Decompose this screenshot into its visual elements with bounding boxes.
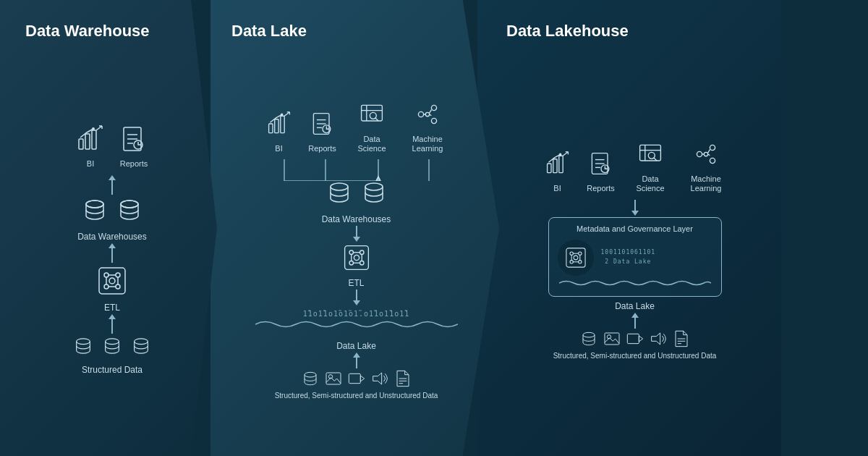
svg-point-108: [578, 260, 581, 263]
svg-point-25: [109, 278, 115, 284]
lh-etl-circle: [558, 240, 594, 276]
svg-line-84: [563, 152, 568, 156]
svg-point-62: [349, 250, 353, 254]
svg-rect-0: [79, 139, 83, 149]
warehouse-content: BI Reports: [14, 55, 203, 442]
data-lake-section: Data Lake BI: [195, 0, 499, 456]
wh-arrow3: [109, 314, 116, 334]
svg-point-59: [331, 183, 348, 190]
svg-point-100: [704, 152, 707, 156]
svg-rect-80: [547, 164, 550, 173]
svg-point-27: [106, 338, 119, 344]
svg-line-4: [96, 126, 102, 130]
lake-bi-label: BI: [275, 144, 282, 153]
lh-reports: Reports: [584, 146, 618, 193]
arrowhead2: [109, 243, 116, 248]
wave-binary: 1̃1o1̃1o1̃o1̃o1̃.o1̃1o1̃1o1̃1: [228, 310, 485, 318]
gov-wave: [559, 279, 711, 287]
lake-datascience: Data Science: [349, 97, 396, 153]
lh-bi-icon: [540, 146, 575, 181]
lh-arrow1: [631, 200, 639, 216]
lake-arrowhead2: [353, 300, 360, 305]
svg-point-70: [354, 256, 359, 261]
lh-consumers: BI Reports: [540, 137, 730, 193]
lh-structured-label: Structured, Semi-structured and Unstruct…: [553, 352, 717, 360]
lake-reports: Reports: [305, 106, 340, 153]
svg-rect-31: [280, 116, 284, 132]
svg-point-18: [116, 273, 120, 277]
svg-line-103: [708, 150, 710, 153]
svg-marker-118: [639, 336, 642, 342]
svg-rect-115: [605, 333, 619, 345]
svg-point-3: [92, 127, 95, 130]
lake-arrow3: [353, 352, 360, 368]
svg-rect-30: [274, 119, 278, 133]
lake-datascience-icon: [354, 97, 389, 132]
svg-marker-75: [360, 376, 364, 381]
svg-point-60: [365, 183, 383, 190]
svg-line-52: [430, 110, 432, 114]
bi-label: BI: [87, 159, 94, 169]
lake-arrow2: [353, 290, 360, 305]
bi-icon: [73, 122, 108, 156]
reports-icon: [116, 122, 151, 156]
svg-point-49: [425, 112, 429, 116]
lakehouse-content: BI Reports: [492, 55, 767, 442]
svg-point-32: [280, 114, 283, 117]
svg-point-105: [570, 252, 573, 255]
svg-point-28: [135, 338, 148, 344]
gov-inner: 10011010611012 Data Lake: [558, 240, 712, 276]
data-warehouse-section: Data Warehouse BI: [0, 0, 217, 456]
lh-structured-icons: [580, 330, 690, 347]
svg-marker-119: [651, 333, 660, 345]
lh-ml: Machine Learning: [683, 137, 730, 193]
lake-line3: [356, 358, 357, 368]
svg-point-98: [710, 145, 715, 151]
svg-line-51: [430, 114, 432, 116]
lh-arrowhead1: [631, 211, 639, 216]
wh-arrow2: [109, 243, 116, 263]
svg-rect-104: [566, 248, 584, 267]
lh-arrowhead2: [631, 313, 639, 318]
svg-rect-2: [92, 130, 96, 149]
lh-bi-label: BI: [553, 184, 561, 193]
lake-consumers: BI Reports: [262, 97, 451, 153]
line1: [111, 180, 113, 195]
gov-title: Metadata and Governance Layer: [558, 224, 712, 234]
svg-point-106: [578, 252, 581, 255]
lake-content: BI Reports: [210, 55, 485, 442]
svg-point-48: [431, 118, 436, 123]
line2: [111, 248, 113, 263]
reports-label: Reports: [120, 159, 148, 169]
wh-etl-label: ETL: [104, 303, 120, 313]
lake-datascience-label: Data Science: [349, 135, 396, 153]
svg-rect-72: [326, 373, 341, 384]
wh-db-row: [82, 197, 142, 223]
svg-point-83: [558, 153, 561, 156]
svg-line-102: [708, 154, 710, 156]
lh-line2: [634, 318, 636, 329]
lh-arrow2: [631, 313, 639, 329]
svg-rect-29: [268, 124, 272, 133]
lake-reports-icon: [305, 106, 340, 141]
lake-line1: [356, 226, 357, 237]
svg-rect-117: [627, 334, 639, 343]
svg-point-107: [570, 260, 573, 263]
lake-wave: 1̃1o1̃1o1̃o1̃o1̃.o1̃1o1̃1o1̃1: [228, 310, 485, 334]
svg-point-114: [583, 332, 595, 337]
lh-reports-icon: [584, 146, 618, 181]
svg-point-26: [77, 338, 90, 344]
lake-etl: ETL: [342, 243, 371, 288]
svg-point-13: [86, 200, 103, 208]
svg-point-17: [104, 273, 109, 277]
arrowhead1: [109, 175, 116, 180]
lh-line1: [634, 200, 636, 211]
wh-etl: ETL: [96, 265, 128, 313]
lake-arrowhead3: [353, 352, 360, 358]
svg-point-19: [104, 284, 109, 289]
governance-box: Metadata and Governance Layer: [548, 217, 722, 297]
svg-point-113: [574, 256, 578, 260]
lake-line2: [356, 290, 357, 300]
lake-bi-icon: [262, 106, 297, 141]
wave-svg: [255, 318, 458, 331]
